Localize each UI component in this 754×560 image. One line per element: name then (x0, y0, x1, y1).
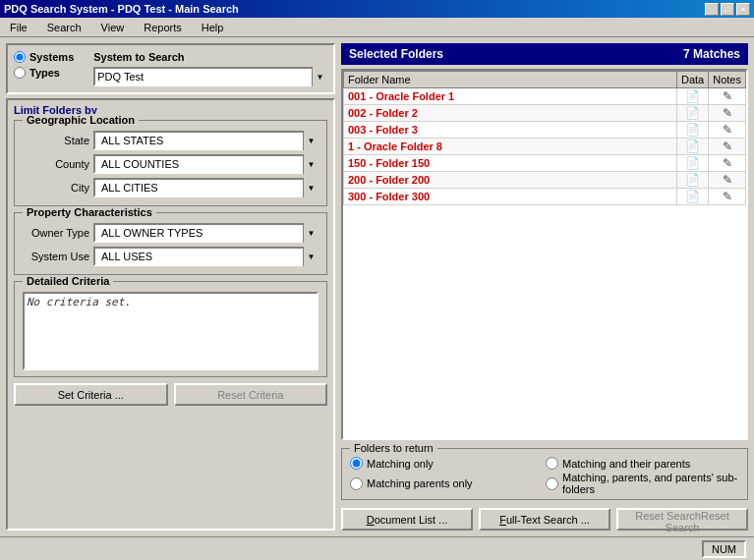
return-options: Matching only Matching and their parents… (350, 457, 739, 495)
left-panel: Systems Types System to Search PDQ Test … (6, 43, 335, 531)
city-select[interactable]: ALL CITIES (93, 178, 319, 197)
radio-group: Systems Types (14, 51, 74, 79)
table-row[interactable]: 150 - Folder 150📄✎ (344, 155, 746, 172)
menu-bar: File Search View Reports Help (0, 18, 754, 37)
criteria-textarea[interactable]: No criteria set. (23, 292, 319, 370)
folder-data-icon[interactable]: 📄 (677, 105, 709, 122)
menu-help[interactable]: Help (196, 20, 230, 35)
title-text: PDQ Search System - PDQ Test - Main Sear… (4, 3, 239, 15)
prop-content: Owner Type ALL OWNER TYPES ▼ System Use (23, 223, 319, 266)
title-bar: PDQ Search System - PDQ Test - Main Sear… (0, 0, 754, 18)
system-to-search-label: System to Search (93, 51, 327, 63)
folder-notes-icon[interactable]: ✎ (709, 172, 746, 189)
folder-data-icon[interactable]: 📄 (677, 189, 709, 205)
folder-name-cell: 150 - Folder 150 (344, 155, 677, 172)
folder-notes-icon[interactable]: ✎ (709, 155, 746, 172)
full-text-search-button[interactable]: Full-Text Search ... (479, 508, 610, 531)
table-row[interactable]: 200 - Folder 200📄✎ (344, 172, 746, 189)
owner-select-wrapper: ALL OWNER TYPES ▼ (93, 223, 319, 243)
folder-name-cell: 1 - Oracle Folder 8 (344, 139, 677, 155)
types-radio[interactable] (14, 67, 26, 79)
systems-label: Systems (29, 51, 74, 63)
matching-all-option[interactable]: Matching, parents, and parents' sub-fold… (546, 472, 739, 495)
folder-notes-icon[interactable]: ✎ (709, 105, 746, 122)
table-row[interactable]: 002 - Folder 2📄✎ (344, 105, 746, 122)
table-row[interactable]: 300 - Folder 300📄✎ (344, 189, 746, 205)
folder-data-icon[interactable]: 📄 (677, 122, 709, 139)
owner-label: Owner Type (23, 227, 89, 239)
county-select[interactable]: ALL COUNTIES (93, 154, 319, 174)
reset-criteria-button[interactable]: Reset Criteria (174, 383, 328, 406)
document-list-button[interactable]: Document List ... (341, 508, 473, 531)
matching-parents-only-option[interactable]: Matching parents only (350, 472, 544, 495)
num-indicator: NUM (702, 540, 746, 558)
sysuse-select[interactable]: ALL USES (93, 247, 319, 266)
matching-only-label: Matching only (367, 458, 434, 470)
county-select-wrapper: ALL COUNTIES ▼ (93, 154, 319, 174)
main-content: Systems Types System to Search PDQ Test … (0, 37, 754, 536)
menu-file[interactable]: File (4, 20, 33, 35)
right-panel: Selected Folders 7 Matches Folder Name D… (341, 43, 748, 531)
system-to-search: System to Search PDQ Test ▼ (93, 51, 327, 86)
table-row[interactable]: 001 - Oracle Folder 1📄✎ (344, 88, 746, 105)
city-select-wrapper: ALL CITIES ▼ (93, 178, 319, 197)
folder-name-cell: 003 - Folder 3 (344, 122, 677, 139)
folder-data-icon[interactable]: 📄 (677, 172, 709, 189)
table-row[interactable]: 1 - Oracle Folder 8📄✎ (344, 139, 746, 155)
county-row: County ALL COUNTIES ▼ (23, 154, 319, 174)
folders-table-container[interactable]: Folder Name Data Notes 001 - Oracle Fold… (341, 69, 748, 440)
state-select[interactable]: ALL STATES (93, 131, 319, 150)
folder-data-icon[interactable]: 📄 (677, 139, 709, 155)
geo-legend: Geographic Location (23, 114, 139, 126)
matching-parents-radio[interactable] (546, 457, 558, 470)
folder-notes-icon[interactable]: ✎ (709, 189, 746, 205)
minimize-button[interactable]: _ (705, 3, 719, 16)
prop-legend: Property Characteristics (23, 206, 156, 218)
folder-notes-icon[interactable]: ✎ (709, 122, 746, 139)
col-folder-name: Folder Name (344, 72, 677, 88)
geo-content: State ALL STATES ▼ County ALL COUNTI (23, 131, 319, 197)
folder-name-cell: 200 - Folder 200 (344, 172, 677, 189)
types-label: Types (29, 67, 60, 79)
folder-data-icon[interactable]: 📄 (677, 88, 709, 105)
limit-folders-panel: Limit Folders by Geographic Location Sta… (6, 98, 335, 531)
folder-notes-icon[interactable]: ✎ (709, 139, 746, 155)
sysuse-label: System Use (23, 251, 89, 262)
bottom-buttons: Set Criteria ... Reset Criteria (14, 383, 327, 406)
reset-search-button[interactable]: Reset SearchReset Search (616, 508, 748, 531)
folder-data-icon[interactable]: 📄 (677, 155, 709, 172)
menu-reports[interactable]: Reports (138, 20, 188, 35)
city-label: City (23, 182, 89, 194)
state-row: State ALL STATES ▼ (23, 131, 319, 150)
matching-only-radio[interactable] (350, 457, 363, 470)
matching-parents-label: Matching and their parents (562, 458, 690, 470)
system-select-wrapper: PDQ Test ▼ (93, 67, 327, 86)
owner-row: Owner Type ALL OWNER TYPES ▼ (23, 223, 319, 243)
menu-view[interactable]: View (95, 20, 131, 35)
system-selector: Systems Types System to Search PDQ Test … (6, 43, 335, 94)
systems-radio-label[interactable]: Systems (14, 51, 74, 63)
types-radio-label[interactable]: Types (14, 67, 74, 79)
matching-parents-only-radio[interactable] (350, 477, 363, 490)
table-row[interactable]: 003 - Folder 3📄✎ (344, 122, 746, 139)
status-bar: NUM (0, 536, 754, 560)
matches-count: 7 Matches (683, 47, 740, 61)
menu-search[interactable]: Search (41, 20, 87, 35)
owner-select[interactable]: ALL OWNER TYPES (93, 223, 319, 243)
maximize-button[interactable]: □ (721, 3, 734, 16)
close-button[interactable]: × (736, 3, 750, 16)
matching-parents-only-label: Matching parents only (367, 477, 473, 489)
matching-all-radio[interactable] (546, 477, 558, 490)
col-data: Data (677, 72, 709, 88)
system-select[interactable]: PDQ Test (93, 67, 327, 86)
folders-return: Folders to return Matching only Matching… (341, 448, 748, 500)
set-criteria-button[interactable]: Set Criteria ... (14, 383, 168, 406)
systems-radio[interactable] (14, 51, 26, 63)
matching-parents-option[interactable]: Matching and their parents (546, 457, 739, 470)
detailed-criteria-box: Detailed Criteria No criteria set. (14, 281, 327, 377)
matching-only-option[interactable]: Matching only (350, 457, 544, 470)
state-select-wrapper: ALL STATES ▼ (93, 131, 319, 150)
folders-table: Folder Name Data Notes 001 - Oracle Fold… (343, 71, 746, 205)
detailed-legend: Detailed Criteria (23, 275, 113, 287)
folder-notes-icon[interactable]: ✎ (709, 88, 746, 105)
